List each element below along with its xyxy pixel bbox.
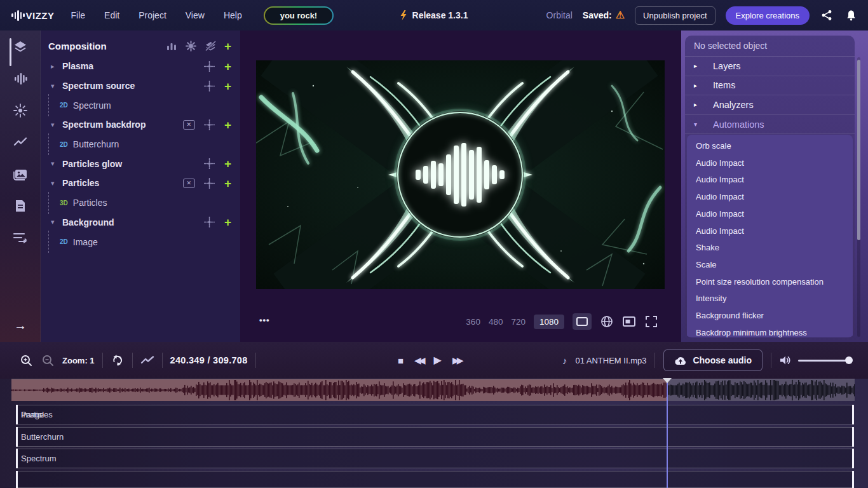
notifications-bell-icon[interactable] xyxy=(844,8,858,22)
automation-item[interactable]: Background flicker xyxy=(687,308,853,325)
mini-player-icon[interactable] xyxy=(622,315,636,329)
saved-status[interactable]: Saved: ⚠ xyxy=(583,10,625,20)
resolution-360[interactable]: 360 xyxy=(466,317,480,327)
expand-sidebar-arrow[interactable]: → xyxy=(0,318,41,333)
section-items[interactable]: ▸ Items xyxy=(685,76,855,96)
menu-view[interactable]: View xyxy=(186,10,205,20)
automation-item[interactable]: Audio Impact xyxy=(687,172,853,189)
playhead-marker[interactable] xyxy=(663,378,672,383)
add-item-icon[interactable]: + xyxy=(224,60,231,72)
explore-creations-button[interactable]: Explore creations xyxy=(726,6,810,25)
loop-icon[interactable] xyxy=(111,353,125,367)
composition-group-particles-glow[interactable]: ▾ Particles glow + xyxy=(41,154,240,173)
sparkle-icon[interactable] xyxy=(203,60,216,72)
add-item-icon[interactable]: + xyxy=(224,80,231,92)
exclude-box-icon[interactable]: ✕ xyxy=(183,179,195,188)
resolution-720[interactable]: 720 xyxy=(511,317,526,327)
choose-audio-button[interactable]: Choose audio xyxy=(663,349,763,371)
sparkle-icon[interactable] xyxy=(203,79,216,92)
menu-help[interactable]: Help xyxy=(224,10,242,20)
composition-group-spectrum-source[interactable]: ▾ Spectrum source + xyxy=(41,76,240,96)
layers-off-icon[interactable] xyxy=(205,39,217,52)
section-analyzers[interactable]: ▸ Analyzers xyxy=(685,95,855,115)
add-layer-icon[interactable]: + xyxy=(224,40,231,52)
letterbox-toggle-icon[interactable] xyxy=(573,313,592,330)
automation-item[interactable]: Shake xyxy=(687,240,853,257)
sparkle-icon[interactable] xyxy=(203,118,216,131)
composition-item-image[interactable]: 2D Image xyxy=(41,232,240,252)
inspector-scrollbar[interactable] xyxy=(857,57,860,337)
exclude-box-icon[interactable]: ✕ xyxy=(183,120,195,130)
composition-item-butterchurn[interactable]: 2D Butterchurn xyxy=(41,135,240,154)
rewind-button[interactable]: ◀◀ xyxy=(414,356,423,365)
zoom-in-icon[interactable] xyxy=(19,353,33,367)
automation-item[interactable]: Scale xyxy=(687,257,853,274)
menu-file[interactable]: File xyxy=(71,10,86,20)
volume-knob[interactable] xyxy=(845,356,853,364)
share-icon[interactable] xyxy=(820,8,834,22)
automation-item[interactable]: Backdrop minimum brightness xyxy=(687,325,853,337)
document-tool-icon[interactable] xyxy=(13,198,28,214)
app-logo[interactable]: VIZZY xyxy=(11,10,55,21)
chevron-down-icon[interactable]: ▾ xyxy=(51,179,60,187)
chevron-down-icon[interactable]: ▾ xyxy=(51,121,60,129)
volume-slider[interactable] xyxy=(798,356,851,364)
composition-group-spectrum-backdrop[interactable]: ▾ Spectrum backdrop ✕ + xyxy=(41,115,240,135)
track-row-particles-image[interactable]: Particles Image xyxy=(16,405,854,424)
warning-triangle-icon[interactable]: ⚠ xyxy=(616,10,625,20)
automation-item[interactable]: Intensity xyxy=(687,290,853,308)
stats-icon[interactable] xyxy=(165,39,178,52)
automation-curves-icon[interactable] xyxy=(140,353,154,367)
audio-tool-icon[interactable] xyxy=(13,71,28,86)
volume-icon[interactable] xyxy=(780,355,792,365)
menu-edit[interactable]: Edit xyxy=(104,10,119,20)
add-item-icon[interactable]: + xyxy=(224,216,231,228)
video-preview[interactable] xyxy=(256,60,665,289)
composition-group-plasma[interactable]: ▸ Plasma + xyxy=(41,57,240,76)
unpublish-project-button[interactable]: Unpublish project xyxy=(635,6,715,25)
add-item-icon[interactable]: + xyxy=(224,158,231,170)
play-button[interactable]: ▶ xyxy=(434,355,442,365)
section-layers[interactable]: ▸ Layers xyxy=(685,57,855,76)
track-row-clipped[interactable] xyxy=(16,471,854,488)
chevron-down-icon[interactable]: ▾ xyxy=(51,218,60,226)
automation-item[interactable]: Point size resolution compensation xyxy=(687,274,853,291)
stop-button[interactable]: ■ xyxy=(398,356,403,365)
sparkle-icon[interactable] xyxy=(203,158,216,170)
media-image-tool-icon[interactable] xyxy=(13,166,28,182)
fullscreen-icon[interactable] xyxy=(644,315,658,329)
zoom-out-icon[interactable] xyxy=(41,353,55,367)
fast-forward-button[interactable]: ▶▶ xyxy=(452,356,461,365)
add-item-icon[interactable]: + xyxy=(224,119,231,131)
track-row-butterchurn[interactable]: Butterchurn xyxy=(16,427,854,447)
automation-item[interactable]: Audio Impact xyxy=(687,189,853,206)
chevron-down-icon[interactable]: ▾ xyxy=(51,159,60,168)
section-automations[interactable]: ▾ Automations xyxy=(685,115,855,135)
track-row-spectrum[interactable]: Spectrum xyxy=(16,449,854,468)
composition-group-background[interactable]: ▾ Background + xyxy=(41,213,240,233)
composition-item-particles-3d[interactable]: 3D Particles xyxy=(41,193,240,213)
menu-project[interactable]: Project xyxy=(139,10,166,20)
automation-curve-tool-icon[interactable] xyxy=(13,135,28,150)
scrollbar-thumb[interactable] xyxy=(857,60,860,240)
playlist-order-tool-icon[interactable] xyxy=(13,230,28,245)
effects-glow-tool-icon[interactable] xyxy=(13,103,28,118)
composition-item-spectrum[interactable]: 2D Spectrum xyxy=(41,95,240,115)
automation-item[interactable]: Audio Impact xyxy=(687,155,853,172)
automation-item[interactable]: Audio Impact xyxy=(687,223,853,240)
chevron-down-icon[interactable]: ▾ xyxy=(51,82,60,90)
gear-icon[interactable] xyxy=(185,39,198,52)
globe-icon[interactable] xyxy=(600,315,614,329)
waveform-seekbar[interactable] xyxy=(11,379,855,400)
you-rock-button[interactable]: you rock! xyxy=(264,6,334,25)
playhead-line[interactable] xyxy=(667,379,668,488)
chevron-right-icon[interactable]: ▸ xyxy=(51,62,60,71)
sparkle-icon[interactable] xyxy=(203,216,216,229)
automation-item[interactable]: Audio Impact xyxy=(687,206,853,223)
composition-group-particles[interactable]: ▾ Particles ✕ + xyxy=(41,173,240,193)
automation-item[interactable]: Orb scale xyxy=(687,138,853,155)
layers-tool-icon[interactable] xyxy=(13,39,28,55)
resolution-1080[interactable]: 1080 xyxy=(534,315,564,329)
sparkle-icon[interactable] xyxy=(203,177,216,189)
release-version[interactable]: Release 1.3.1 xyxy=(400,10,468,20)
